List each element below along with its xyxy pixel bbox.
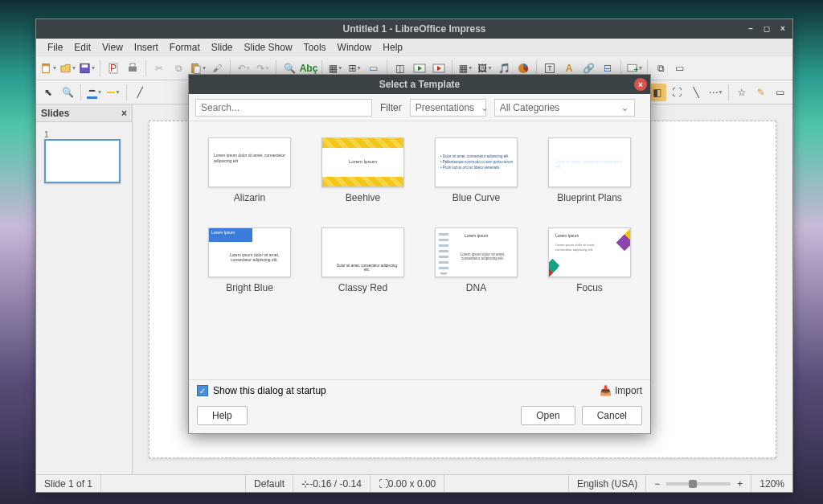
menu-window[interactable]: Window (333, 40, 377, 55)
search-input[interactable] (195, 99, 372, 117)
position-icon: ⊹ (301, 478, 309, 490)
slide-number: 1 (44, 130, 124, 139)
status-language[interactable]: English (USA) (569, 475, 646, 492)
help-button[interactable]: Help (197, 406, 248, 425)
show-startup-label[interactable]: Show this dialog at startup (213, 385, 326, 396)
template-thumb (435, 137, 518, 187)
show-startup-checkbox[interactable]: ✓ (197, 385, 208, 396)
svg-rect-7 (130, 64, 135, 67)
svg-text:+: + (633, 64, 638, 73)
template-grid: Alizarin Lorem Ipsum Beehive Blue Curve … (189, 121, 650, 379)
template-label: Focus (576, 282, 603, 293)
menu-tools[interactable]: Tools (299, 40, 331, 55)
dialog-title: Select a Template (379, 79, 461, 90)
open-button[interactable] (59, 59, 76, 77)
extrusion-button[interactable]: ▭ (772, 84, 789, 101)
category-combo[interactable]: All Categories (494, 99, 635, 117)
template-label: Bright Blue (226, 282, 273, 293)
zoom-controls[interactable]: − + (646, 475, 751, 492)
dialog-filter-row: Filter Presentations All Categories (189, 94, 650, 121)
svg-rect-3 (82, 64, 88, 68)
import-button[interactable]: 📥 Import (600, 385, 642, 396)
template-blue-curve[interactable]: Blue Curve (424, 137, 529, 203)
close-button[interactable]: × (776, 22, 789, 35)
template-thumb: Lorem Ipsum (321, 137, 404, 187)
line-color-button[interactable]: ━ (85, 84, 103, 101)
template-thumb: Lorem IpsumLorem ipsum dolor sit amet, c… (435, 227, 518, 277)
template-beehive[interactable]: Lorem Ipsum Beehive (310, 137, 416, 203)
copy-button[interactable]: ⧉ (170, 59, 187, 77)
template-alizarin[interactable]: Alizarin (197, 137, 302, 203)
menu-format[interactable]: Format (165, 40, 205, 55)
zoom-in-icon[interactable]: + (737, 478, 743, 490)
maximize-button[interactable]: ◻ (760, 22, 773, 35)
cut-button[interactable]: ✂ (150, 59, 168, 77)
shadow-button[interactable]: ◧ (649, 84, 666, 101)
menu-insert[interactable]: Insert (129, 40, 163, 55)
print-button[interactable] (124, 59, 141, 77)
titlebar: Untitled 1 - LibreOffice Impress – ◻ × (36, 19, 792, 39)
filter-label: Filter (380, 102, 402, 113)
template-blueprint-plans[interactable]: Blueprint Plans (537, 137, 642, 203)
svg-rect-6 (129, 67, 137, 72)
template-dialog: Select a Template × Filter Presentations… (188, 74, 651, 434)
save-button[interactable] (78, 59, 96, 77)
filter-button[interactable]: ╲ (687, 84, 705, 101)
points-button[interactable]: ⋯ (706, 84, 724, 101)
zoom-value[interactable]: 120% (751, 475, 792, 492)
template-thumb (208, 227, 291, 277)
import-icon: 📥 (600, 385, 612, 396)
size-icon: ⛶ (379, 478, 388, 490)
template-thumb (321, 227, 404, 277)
select-tool[interactable]: ⬉ (39, 84, 57, 101)
menu-view[interactable]: View (97, 40, 128, 55)
crop-button[interactable]: ⛶ (668, 84, 686, 101)
zoom-slider[interactable] (666, 482, 731, 486)
menu-slide[interactable]: Slide (207, 40, 238, 55)
template-label: Alizarin (234, 192, 265, 203)
template-label: Classy Red (338, 282, 387, 293)
zoom-out-icon[interactable]: − (654, 478, 660, 490)
slides-panel-close[interactable]: × (121, 108, 127, 119)
export-pdf-button[interactable]: P (104, 59, 122, 77)
svg-rect-9 (194, 66, 200, 73)
status-blank1 (101, 475, 246, 492)
dialog-options-row: ✓ Show this dialog at startup 📥 Import (189, 379, 650, 401)
template-label: Blueprint Plans (557, 192, 622, 203)
status-blank2 (444, 475, 569, 492)
status-style: Default (246, 475, 293, 492)
star-tool[interactable]: ☆ (733, 84, 751, 101)
line-tool[interactable]: ╱ (131, 84, 149, 101)
slide-thumb[interactable]: 1 (43, 129, 125, 185)
menu-file[interactable]: File (43, 40, 68, 55)
status-size: ⛶ 0.00 x 0.00 (371, 475, 444, 492)
open-button[interactable]: Open (521, 406, 575, 425)
cancel-button[interactable]: Cancel (582, 406, 642, 425)
new-button[interactable] (39, 59, 57, 77)
fill-color-button[interactable] (104, 84, 122, 101)
svg-text:P: P (110, 63, 117, 74)
template-focus[interactable]: Lorem IpsumLorem ipsum dolor sit amet, c… (537, 227, 642, 293)
filter-combo[interactable]: Presentations (410, 99, 486, 117)
zoom-tool[interactable]: 🔍 (59, 84, 76, 101)
template-dna[interactable]: Lorem IpsumLorem ipsum dolor sit amet, c… (424, 227, 529, 293)
gluepoint-tool[interactable]: ✎ (752, 84, 770, 101)
menu-help[interactable]: Help (378, 40, 407, 55)
dialog-close-button[interactable]: × (634, 78, 647, 91)
template-classy-red[interactable]: Classy Red (310, 227, 416, 293)
delete-slide-button[interactable]: ▭ (671, 59, 689, 77)
status-position: ⊹ -0.16 / -0.14 (293, 475, 371, 492)
dialog-titlebar: Select a Template × (189, 75, 650, 94)
window-title: Untitled 1 - LibreOffice Impress (342, 23, 485, 35)
slides-panel-title: Slides (41, 108, 69, 119)
menu-slideshow[interactable]: Slide Show (240, 40, 297, 55)
template-label: Beehive (346, 192, 380, 203)
menu-edit[interactable]: Edit (69, 40, 96, 55)
template-thumb (208, 137, 291, 187)
template-bright-blue[interactable]: Bright Blue (197, 227, 302, 293)
duplicate-slide-button[interactable]: ⧉ (652, 59, 669, 77)
statusbar: Slide 1 of 1 Default ⊹ -0.16 / -0.14 ⛶ 0… (36, 474, 792, 492)
slides-panel: Slides × 1 (36, 104, 133, 474)
minimize-button[interactable]: – (744, 22, 757, 35)
template-label: DNA (466, 282, 486, 293)
